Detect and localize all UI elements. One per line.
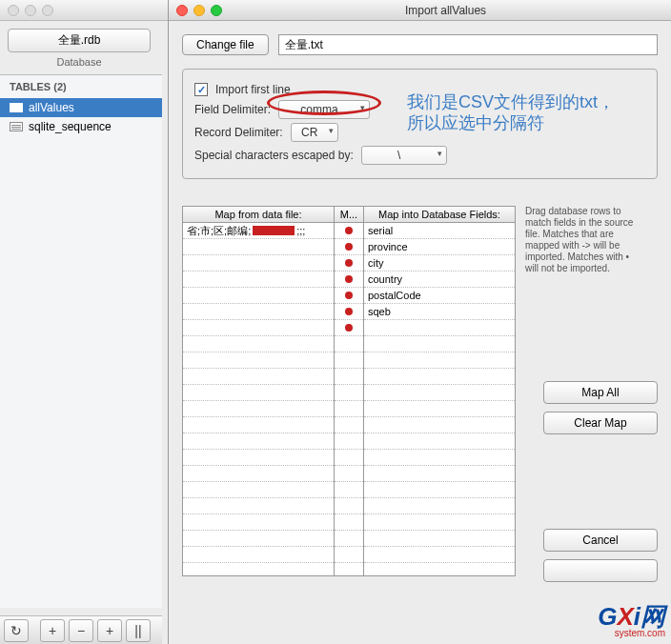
field-delimiter-select[interactable]: comma — [278, 100, 370, 119]
bg-minimize-icon[interactable] — [25, 5, 36, 16]
db-field-row[interactable] — [364, 514, 515, 531]
zoom-icon[interactable] — [211, 5, 222, 16]
add-button[interactable]: + — [40, 619, 65, 642]
bg-filename[interactable]: 全量.rdb — [8, 29, 151, 52]
db-field-row[interactable] — [364, 417, 515, 433]
map-all-button[interactable]: Map All — [543, 381, 658, 404]
db-field-row[interactable]: city — [364, 255, 515, 272]
escaped-select[interactable]: \ — [361, 146, 447, 165]
map-dot-icon — [345, 324, 353, 332]
dialog-title: Import allValues — [228, 4, 663, 17]
map-mid-table: M... — [335, 206, 363, 576]
db-field-row[interactable]: sqeb — [364, 304, 515, 320]
table-icon — [10, 122, 23, 131]
map-mid-rows — [335, 223, 363, 575]
change-file-button[interactable]: Change file — [182, 34, 269, 55]
map-tables: Map from data file: 省;市;区;邮编;;;; M... Ma… — [182, 206, 516, 576]
remove-button[interactable]: − — [69, 619, 93, 642]
bg-close-icon[interactable] — [8, 5, 19, 16]
map-from-table: Map from data file: 省;市;区;邮编;;;; — [182, 206, 335, 576]
db-field-row[interactable] — [364, 498, 515, 514]
sidebar-item-label: allValues — [29, 101, 74, 114]
db-field-row[interactable] — [364, 450, 515, 466]
map-from-header: Map from data file: — [183, 207, 334, 223]
dialog-body: Change file ✓ Import first line Field De… — [169, 21, 671, 590]
side-buttons: Map All Clear Map — [543, 381, 658, 434]
db-field-row[interactable]: postalCode — [364, 288, 515, 304]
map-into-table: Map into Database Fields: serialprovince… — [363, 206, 516, 576]
record-delimiter-label: Record Delimiter: — [194, 126, 283, 139]
redacted-bar — [253, 226, 295, 235]
db-field-row[interactable] — [364, 531, 515, 547]
record-delimiter-select[interactable]: CR — [291, 123, 338, 142]
db-field-row[interactable] — [364, 385, 515, 401]
source-row[interactable]: 省;市;区;邮编;;;; — [183, 223, 334, 239]
bg-zoom-icon[interactable] — [42, 5, 53, 16]
db-field-row[interactable] — [364, 547, 515, 563]
sidebar: TABLES (2) allValues sqlite_sequence — [0, 74, 162, 608]
import-first-line-label: Import first line — [215, 83, 291, 96]
map-dot-icon — [345, 259, 353, 267]
escaped-label: Special characters escaped by: — [194, 149, 354, 162]
bg-subtitle: Database — [8, 56, 151, 68]
watermark: GXi网 system.com — [598, 604, 665, 638]
db-field-row[interactable] — [364, 336, 515, 352]
bottom-toolbar: ↻ + − + || — [0, 615, 162, 644]
db-field-row[interactable]: serial — [364, 223, 515, 239]
sidebar-item-label: sqlite_sequence — [29, 120, 112, 133]
db-field-row[interactable]: province — [364, 239, 515, 255]
cancel-button[interactable]: Cancel — [543, 529, 658, 552]
db-field-row[interactable] — [364, 482, 515, 498]
minimize-icon[interactable] — [193, 5, 205, 16]
map-from-rows[interactable]: 省;市;区;邮编;;;; — [183, 223, 334, 575]
sidebar-header: TABLES (2) — [0, 75, 162, 98]
import-dialog: Import allValues Change file ✓ Import fi… — [168, 0, 671, 644]
map-dot-icon — [345, 227, 353, 234]
map-dot-icon — [345, 275, 353, 283]
db-field-row[interactable] — [364, 369, 515, 385]
refresh-button[interactable]: ↻ — [4, 619, 29, 642]
field-delimiter-label: Field Delimiter: — [194, 103, 271, 116]
map-dot-icon — [345, 292, 353, 299]
clear-map-button[interactable]: Clear Map — [543, 412, 658, 434]
map-into-header: Map into Database Fields: — [364, 207, 515, 223]
ok-button[interactable] — [543, 559, 658, 582]
dialog-titlebar: Import allValues — [169, 0, 671, 21]
db-field-row[interactable] — [364, 433, 515, 450]
sidebar-item-allvalues[interactable]: allValues — [0, 98, 162, 117]
db-field-row[interactable]: country — [364, 272, 515, 288]
escaped-row: Special characters escaped by: \ — [194, 146, 645, 165]
bottom-buttons: Cancel — [543, 529, 658, 582]
map-dot-icon — [345, 308, 353, 315]
map-into-rows[interactable]: serialprovincecitycountrypostalCodesqeb — [364, 223, 515, 575]
import-first-line-checkbox[interactable]: ✓ — [194, 83, 208, 96]
db-field-row[interactable] — [364, 401, 515, 417]
add2-button[interactable]: + — [97, 619, 122, 642]
db-field-row[interactable] — [364, 352, 515, 369]
file-path-input[interactable] — [278, 34, 658, 55]
db-field-row[interactable] — [364, 320, 515, 336]
sidebar-item-sqlite-sequence[interactable]: sqlite_sequence — [0, 117, 162, 136]
map-dot-icon — [345, 243, 353, 251]
annotation-text: 我们是CSV文件得到的txt， 所以应选中分隔符 — [407, 92, 615, 133]
table-icon — [10, 103, 23, 112]
db-field-row[interactable] — [364, 466, 515, 482]
map-mid-header: M... — [335, 207, 363, 223]
file-row: Change file — [182, 34, 658, 55]
close-icon[interactable] — [176, 5, 188, 16]
grip-icon: || — [126, 619, 151, 642]
